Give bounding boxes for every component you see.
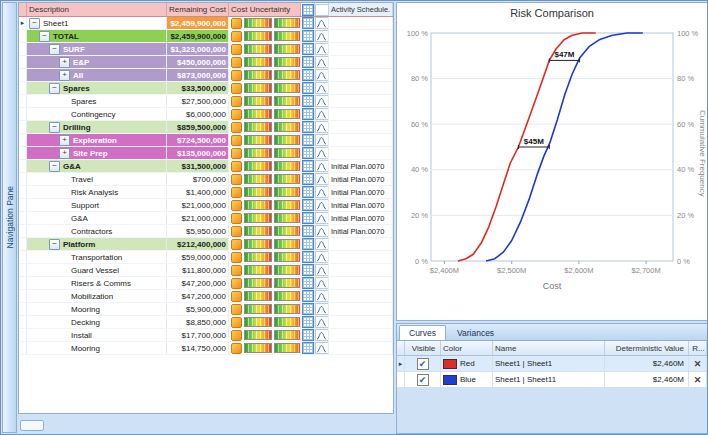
uncertainty-bar[interactable] [244,200,272,210]
tree-row[interactable]: −SURF$1,323,000,000 [19,43,393,56]
grid-icon[interactable] [302,342,314,354]
grid-icon[interactable] [302,186,314,198]
grid-icon[interactable] [302,199,314,211]
uncertainty-bar[interactable] [244,135,272,145]
edit-icon[interactable] [231,200,242,211]
grid-icon[interactable] [302,290,314,302]
tree-row[interactable]: −Spares$33,500,000 [19,82,393,95]
tree-row[interactable]: Mooring$14,750,000 [19,342,393,355]
edit-icon[interactable] [231,174,242,185]
curves-header-color[interactable]: Color [441,341,493,355]
remaining-cost-cell[interactable]: $14,750,000 [167,342,229,354]
distribution-icon[interactable] [315,43,329,55]
tree-header-remaining-cost[interactable]: Remaining Cost [167,3,229,16]
edit-icon[interactable] [231,44,242,55]
uncertainty-bar[interactable] [274,18,301,28]
uncertainty-bar[interactable] [274,174,301,184]
distribution-icon[interactable] [315,303,329,315]
remaining-cost-cell[interactable]: $1,400,000 [167,186,229,198]
uncertainty-bar[interactable] [244,304,272,314]
remaining-cost-cell[interactable]: $2,459,900,000 [167,17,229,29]
tree-row[interactable]: Transportation$59,000,000 [19,251,393,264]
collapse-icon[interactable]: − [29,18,40,29]
tree-row[interactable]: +Site Prep$135,000,000 [19,147,393,160]
remaining-cost-cell[interactable]: $873,000,000 [167,69,229,81]
grid-icon[interactable] [302,56,314,68]
uncertainty-bar[interactable] [244,18,272,28]
distribution-icon[interactable] [315,134,329,146]
tree-row[interactable]: Spares$27,500,000 [19,95,393,108]
grid-icon[interactable] [302,17,314,29]
grid-icon[interactable] [302,69,314,81]
tree-row[interactable]: Mobilization$47,200,000 [19,290,393,303]
edit-icon[interactable] [231,122,242,133]
remaining-cost-cell[interactable]: $11,800,000 [167,264,229,276]
edit-icon[interactable] [231,317,242,328]
tree-row[interactable]: +All$873,000,000 [19,69,393,82]
distribution-icon[interactable] [315,342,329,354]
expand-icon[interactable]: + [59,70,70,81]
remaining-cost-cell[interactable]: $724,500,000 [167,134,229,146]
remove-button[interactable]: ✕ [694,359,702,369]
edit-icon[interactable] [231,252,242,263]
curves-header-deterministic-value[interactable]: Deterministic Value [605,341,689,355]
uncertainty-bar[interactable] [274,70,301,80]
remaining-cost-cell[interactable]: $1,323,000,000 [167,43,229,55]
grid-icon[interactable] [302,303,314,315]
uncertainty-bar[interactable] [274,148,301,158]
tree-row[interactable]: Support$21,000,000Initial Plan.0070 [19,199,393,212]
curves-header-remove[interactable]: R... [689,341,707,355]
tab-curves[interactable]: Curves [399,325,446,340]
curves-header-visible[interactable]: Visible [405,341,441,355]
uncertainty-bar[interactable] [244,83,272,93]
edit-icon[interactable] [231,109,242,120]
uncertainty-bar[interactable] [274,44,301,54]
uncertainty-bar[interactable] [274,161,301,171]
uncertainty-bar[interactable] [274,252,301,262]
distribution-icon[interactable] [315,199,329,211]
edit-icon[interactable] [231,96,242,107]
tree-row[interactable]: −TOTAL$2,459,900,000 [19,30,393,43]
remaining-cost-cell[interactable]: $31,500,000 [167,160,229,172]
tree-header-cost-uncertainty[interactable]: Cost Uncertainty [229,3,301,16]
distribution-icon[interactable] [315,264,329,276]
uncertainty-bar[interactable] [274,317,301,327]
distribution-icon[interactable] [315,147,329,159]
grid-icon[interactable] [302,43,314,55]
uncertainty-bar[interactable] [274,57,301,67]
collapse-icon[interactable]: − [49,44,60,55]
uncertainty-bar[interactable] [274,239,301,249]
distribution-icon[interactable] [315,186,329,198]
collapse-icon[interactable]: − [49,161,60,172]
tree-row[interactable]: −G&A$31,500,000Initial Plan.0070 [19,160,393,173]
tree-row[interactable]: +Exploration$724,500,000 [19,134,393,147]
remaining-cost-cell[interactable]: $212,400,000 [167,238,229,250]
tree-header-grid-column[interactable] [301,3,315,16]
tree-row[interactable]: ▸−Sheet1$2,459,900,000 [19,17,393,30]
uncertainty-bar[interactable] [274,200,301,210]
distribution-icon[interactable] [315,329,329,341]
navigation-pane[interactable]: Navigation Pane [2,2,17,433]
tree-row[interactable]: Contingency$6,000,000 [19,108,393,121]
uncertainty-bar[interactable] [244,122,272,132]
uncertainty-bar[interactable] [244,31,272,41]
remaining-cost-cell[interactable]: $21,000,000 [167,199,229,211]
uncertainty-bar[interactable] [244,278,272,288]
remaining-cost-cell[interactable]: $59,000,000 [167,251,229,263]
grid-icon[interactable] [302,134,314,146]
uncertainty-bar[interactable] [244,265,272,275]
distribution-icon[interactable] [315,121,329,133]
distribution-icon[interactable] [315,160,329,172]
uncertainty-bar[interactable] [274,187,301,197]
tree-row[interactable]: Contractors$5,950,000Initial Plan.0070 [19,225,393,238]
uncertainty-bar[interactable] [244,174,272,184]
uncertainty-bar[interactable] [274,213,301,223]
tree-footer-scrollbar[interactable] [18,415,394,434]
grid-icon[interactable] [302,160,314,172]
uncertainty-bar[interactable] [274,291,301,301]
edit-icon[interactable] [231,265,242,276]
uncertainty-bar[interactable] [244,343,272,353]
remaining-cost-cell[interactable]: $5,900,000 [167,303,229,315]
remaining-cost-cell[interactable]: $5,950,000 [167,225,229,237]
remaining-cost-cell[interactable]: $8,850,000 [167,316,229,328]
